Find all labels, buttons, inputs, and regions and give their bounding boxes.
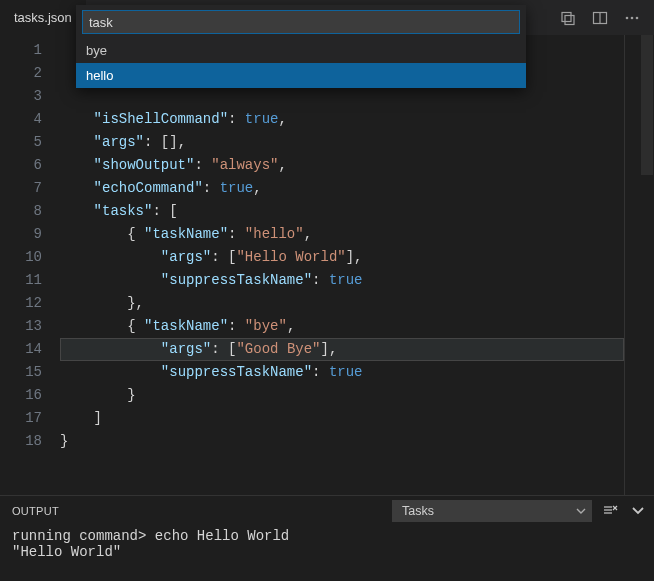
quick-open-panel: bye hello	[76, 5, 526, 88]
gutter: 1234 5678 9101112 13141516 1718	[0, 35, 60, 495]
output-channel-select[interactable]: Tasks	[392, 500, 592, 522]
code-body[interactable]: "isShellCommand": true, "args": [], "sho…	[60, 35, 624, 495]
clear-output-icon[interactable]	[602, 502, 618, 521]
editor[interactable]: 1234 5678 9101112 13141516 1718 "isShell…	[0, 35, 654, 495]
svg-point-4	[626, 16, 629, 19]
output-line: running command> echo Hello World	[12, 528, 289, 544]
quick-open-input[interactable]	[82, 10, 520, 34]
split-editor-icon[interactable]	[592, 10, 608, 26]
topbar-icons	[560, 10, 646, 26]
quick-open-item[interactable]: bye	[76, 38, 526, 63]
scrollbar-vertical[interactable]	[640, 35, 654, 495]
svg-rect-0	[562, 12, 571, 21]
output-channel-value: Tasks	[402, 504, 434, 518]
panel-title[interactable]: OUTPUT	[12, 505, 59, 517]
tab-filename: tasks.json	[14, 10, 72, 25]
output-panel: OUTPUT Tasks running command> echo Hello…	[0, 495, 654, 581]
svg-rect-1	[565, 15, 574, 24]
tab-active[interactable]: tasks.json	[0, 0, 86, 35]
quick-open-item[interactable]: hello	[76, 63, 526, 88]
scroll-thumb[interactable]	[641, 35, 653, 175]
chevron-down-icon[interactable]	[630, 502, 646, 521]
minimap[interactable]	[624, 35, 640, 495]
output-body[interactable]: running command> echo Hello World "Hello…	[0, 526, 654, 581]
compare-icon[interactable]	[560, 10, 576, 26]
output-line: "Hello World"	[12, 544, 121, 560]
panel-header: OUTPUT Tasks	[0, 496, 654, 526]
svg-point-6	[636, 16, 639, 19]
more-icon[interactable]	[624, 10, 640, 26]
svg-point-5	[631, 16, 634, 19]
